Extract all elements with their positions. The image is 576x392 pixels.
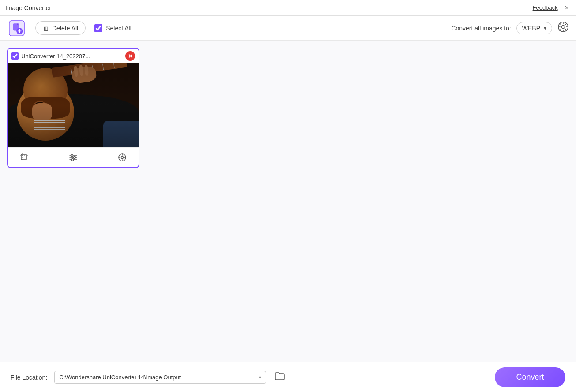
card-remove-button[interactable]: ✕: [125, 51, 135, 61]
card-filename: UniConverter 14_202207...: [21, 53, 123, 60]
card-settings-icon: [118, 153, 127, 162]
card-settings-button[interactable]: [114, 151, 130, 164]
title-bar: Image Converter Feedback ×: [0, 0, 576, 16]
toolbar: 🗑 Delete All Select All Convert all imag…: [0, 16, 576, 41]
svg-point-8: [562, 26, 565, 29]
svg-point-23: [71, 154, 73, 157]
select-all-checkbox[interactable]: [94, 24, 102, 32]
app-title: Image Converter: [5, 4, 51, 11]
svg-point-24: [73, 157, 75, 159]
toolbar-right: Convert all images to: WEBP ▾: [451, 21, 569, 35]
select-all-label: Select All: [106, 25, 132, 32]
svg-rect-17: [21, 154, 26, 160]
svg-rect-3: [17, 23, 19, 25]
svg-line-15: [565, 23, 567, 25]
file-location-select[interactable]: C:\Wondershare UniConverter 14\Image Out…: [54, 371, 266, 384]
card-checkbox[interactable]: [11, 52, 19, 60]
feedback-link[interactable]: Feedback: [533, 4, 558, 11]
main-content: UniConverter 14_202207... ✕: [0, 41, 576, 362]
separator: [49, 153, 49, 162]
dropdown-arrow-icon: ▾: [259, 374, 261, 381]
svg-line-14: [565, 29, 567, 30]
trash-icon: 🗑: [43, 24, 49, 32]
svg-line-16: [560, 29, 561, 30]
card-image: [8, 63, 139, 147]
browse-folder-button[interactable]: [273, 370, 286, 385]
svg-line-13: [560, 23, 561, 25]
bottom-bar: File Location: C:\Wondershare UniConvert…: [0, 362, 576, 392]
global-settings-button[interactable]: [557, 21, 569, 35]
convert-all-label: Convert all images to:: [451, 25, 511, 32]
delete-all-button[interactable]: 🗑 Delete All: [35, 21, 86, 35]
delete-all-label: Delete All: [52, 25, 78, 32]
format-select[interactable]: WEBP ▾: [516, 22, 552, 34]
image-card-header: UniConverter 14_202207... ✕: [8, 49, 139, 63]
adjust-button[interactable]: [65, 151, 81, 164]
svg-point-25: [71, 159, 73, 161]
file-location-path: C:\Wondershare UniConverter 14\Image Out…: [59, 374, 255, 381]
title-bar-left: Image Converter: [5, 4, 51, 11]
card-footer: [8, 147, 139, 167]
svg-point-27: [121, 157, 124, 159]
guitar-scene: [8, 63, 139, 147]
title-bar-right: Feedback ×: [533, 4, 571, 12]
crop-icon: [20, 153, 29, 162]
add-file-button[interactable]: [7, 19, 26, 38]
separator-2: [98, 153, 98, 162]
image-card: UniConverter 14_202207... ✕: [7, 48, 139, 168]
chevron-down-icon: ▾: [544, 25, 546, 31]
folder-icon: [275, 372, 285, 381]
adjust-icon: [69, 153, 78, 162]
select-all-container[interactable]: Select All: [94, 24, 132, 32]
file-location-label: File Location:: [11, 374, 47, 381]
crop-button[interactable]: [16, 151, 32, 164]
convert-button[interactable]: Convert: [495, 367, 565, 387]
add-icon: [9, 20, 25, 36]
close-button[interactable]: ×: [563, 4, 571, 12]
format-value: WEBP: [522, 25, 540, 32]
